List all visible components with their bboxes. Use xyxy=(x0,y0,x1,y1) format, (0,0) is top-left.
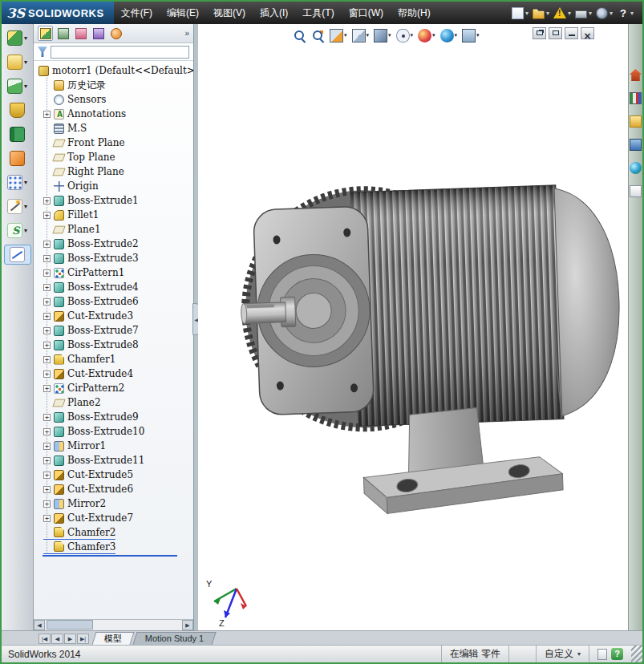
open-document-button[interactable]: ▾ xyxy=(532,6,550,21)
tree-item-Sensors[interactable]: +Sensors xyxy=(43,92,106,107)
green-arrow-tool-button[interactable]: ▾ xyxy=(4,76,31,96)
expand-toggle[interactable]: + xyxy=(43,370,51,378)
panel-tab-displaymanager[interactable] xyxy=(108,26,124,41)
expand-toggle[interactable]: + xyxy=(43,385,51,392)
dropdown-caret-icon[interactable]: ▾ xyxy=(610,10,613,17)
panel-tab-configurationmanager[interactable] xyxy=(73,26,88,41)
expand-toggle[interactable]: + xyxy=(43,414,51,421)
tree-item-Boss-Extrude7[interactable]: +Boss-Extrude7 xyxy=(43,323,139,338)
tree-item-M.S[interactable]: +M.S xyxy=(43,121,87,136)
dropdown-caret-icon[interactable]: ▾ xyxy=(476,32,480,38)
scrollbar-track[interactable] xyxy=(45,620,182,630)
expand-toggle[interactable]: + xyxy=(43,284,51,291)
menu-item-0[interactable]: 文件(F) xyxy=(114,2,160,24)
expand-toggle[interactable]: + xyxy=(43,486,51,493)
sheet-icon[interactable] xyxy=(597,649,607,660)
dropdown-caret-icon[interactable]: ▾ xyxy=(388,32,391,38)
tree-item-Chamfer3[interactable]: +Chamfer3 xyxy=(43,540,115,554)
dropdown-caret-icon[interactable]: ▾ xyxy=(367,32,370,38)
tree-item-Boss-Extrude4[interactable]: +Boss-Extrude4 xyxy=(43,280,139,294)
tree-item-CirPattern2[interactable]: +CirPattern2 xyxy=(43,381,124,395)
tree-item-Origin[interactable]: +Origin xyxy=(43,179,99,193)
rebuild-alert-button[interactable]: ▾ xyxy=(553,6,572,20)
dropdown-caret-icon[interactable]: ▾ xyxy=(24,179,27,186)
yellow-bucket-tool-button[interactable] xyxy=(4,100,31,120)
tree-item-Fillet1[interactable]: +Fillet1 xyxy=(43,208,99,222)
expand-toggle[interactable]: + xyxy=(43,255,51,262)
window-tile-button[interactable] xyxy=(549,27,562,39)
tree-item-Chamfer1[interactable]: +Chamfer1 xyxy=(43,352,115,366)
expand-toggle[interactable]: + xyxy=(43,197,51,204)
orange-box-tool-button[interactable] xyxy=(4,148,31,168)
scroll-left-button[interactable]: ◀ xyxy=(34,620,45,630)
panel-tab-featuremanager-tree[interactable] xyxy=(38,26,53,41)
dropdown-caret-icon[interactable]: ▾ xyxy=(24,227,27,234)
window-minimize-button[interactable] xyxy=(565,27,578,39)
tree-item-Cut-Extrude3[interactable]: +Cut-Extrude3 xyxy=(43,309,133,323)
custom-segment[interactable]: 自定义 ▾ xyxy=(536,646,589,662)
options-button[interactable]: ▾ xyxy=(595,6,614,21)
graphics-viewport[interactable]: ▾▾▾▾▾▾▾ xyxy=(198,24,628,630)
view-orientation-button[interactable]: ▾ xyxy=(352,29,370,43)
tree-item-Front Plane[interactable]: +Front Plane xyxy=(43,136,125,150)
expand-toggle[interactable]: + xyxy=(43,241,51,248)
tree-item-Boss-Extrude1[interactable]: +Boss-Extrude1 xyxy=(43,193,139,208)
expand-toggle[interactable]: + xyxy=(43,500,51,508)
expand-toggle[interactable]: + xyxy=(43,298,51,306)
expand-toggle[interactable]: + xyxy=(43,515,51,522)
tab-模型[interactable]: 模型 xyxy=(91,632,134,645)
tree-item-Mirror2[interactable]: +Mirror2 xyxy=(43,496,106,511)
tree-item-Boss-Extrude11[interactable]: +Boss-Extrude11 xyxy=(43,453,144,468)
dropdown-caret-icon[interactable]: ▾ xyxy=(525,10,529,17)
view-settings-button[interactable]: ▾ xyxy=(462,29,480,43)
dropdown-caret-icon[interactable]: ▾ xyxy=(432,32,435,38)
taskpane-tab-file-explorer[interactable] xyxy=(630,115,642,131)
expand-toggle[interactable]: + xyxy=(43,472,51,479)
yellow-folder-tool-button[interactable]: ▾ xyxy=(4,52,31,72)
tree-filter-input[interactable] xyxy=(51,46,189,59)
tab-Motion Study 1[interactable]: Motion Study 1 xyxy=(132,632,217,645)
display-style-button[interactable]: ▾ xyxy=(374,29,391,43)
blue-line-tool-button[interactable] xyxy=(4,245,31,265)
dropdown-caret-icon[interactable]: ▾ xyxy=(589,10,592,17)
tree-item-Boss-Extrude6[interactable]: +Boss-Extrude6 xyxy=(43,294,139,309)
tree-item-Plane2[interactable]: +Plane2 xyxy=(43,395,101,410)
dropdown-caret-icon[interactable]: ▾ xyxy=(411,32,414,38)
tree-item-Cut-Extrude5[interactable]: +Cut-Extrude5 xyxy=(43,468,133,482)
expand-toggle[interactable]: + xyxy=(43,443,51,450)
tree-item-Cut-Extrude7[interactable]: +Cut-Extrude7 xyxy=(43,511,133,525)
tree-item-Cut-Extrude4[interactable]: +Cut-Extrude4 xyxy=(43,366,133,381)
tree-item-Boss-Extrude2[interactable]: +Boss-Extrude2 xyxy=(43,237,139,251)
taskpane-tab-view-palette[interactable] xyxy=(630,139,642,154)
tree-root-item[interactable]: motorr1 (Default<<Default>_D xyxy=(36,63,193,78)
dropdown-caret-icon[interactable]: ▾ xyxy=(24,83,27,90)
tree-item-历史记录[interactable]: +历史记录 xyxy=(43,78,106,92)
panel-tabs-overflow-button[interactable]: » xyxy=(184,29,189,38)
panel-tab-propertymanager[interactable] xyxy=(55,26,71,41)
zoom-fit-button[interactable] xyxy=(293,29,306,43)
menu-item-1[interactable]: 编辑(E) xyxy=(160,2,206,24)
menu-item-2[interactable]: 视图(V) xyxy=(206,2,253,24)
menu-item-3[interactable]: 插入(I) xyxy=(253,2,295,24)
dropdown-caret-icon[interactable]: ▾ xyxy=(568,10,571,17)
tree-item-Boss-Extrude3[interactable]: +Boss-Extrude3 xyxy=(43,251,139,265)
help-button[interactable]: ▾ xyxy=(616,6,634,21)
dropdown-caret-icon[interactable]: ▾ xyxy=(630,10,634,17)
tree-item-Chamfer2[interactable]: +Chamfer2 xyxy=(43,525,115,540)
taskpane-tab-custom-properties[interactable] xyxy=(630,185,642,200)
blue-dot-grid-tool-button[interactable]: ▾ xyxy=(4,172,31,192)
taskpane-tab-appearances[interactable] xyxy=(630,162,642,177)
expand-toggle[interactable]: + xyxy=(43,269,51,277)
resize-grip[interactable] xyxy=(631,646,642,662)
section-view-button[interactable]: ▾ xyxy=(330,29,347,43)
tree-item-Boss-Extrude9[interactable]: +Boss-Extrude9 xyxy=(43,410,139,424)
tab-nav-button-0[interactable]: |◀ xyxy=(38,634,51,644)
panel-tab-dimxpertmanager[interactable] xyxy=(91,26,106,41)
green-book-tool-button[interactable] xyxy=(4,124,31,144)
expand-toggle[interactable]: + xyxy=(43,457,51,464)
expand-toggle[interactable]: + xyxy=(43,327,51,334)
rollback-bar[interactable] xyxy=(43,555,177,557)
dropdown-caret-icon[interactable]: ▾ xyxy=(455,32,458,38)
print-button[interactable]: ▾ xyxy=(574,6,593,20)
expand-toggle[interactable]: + xyxy=(43,111,51,118)
